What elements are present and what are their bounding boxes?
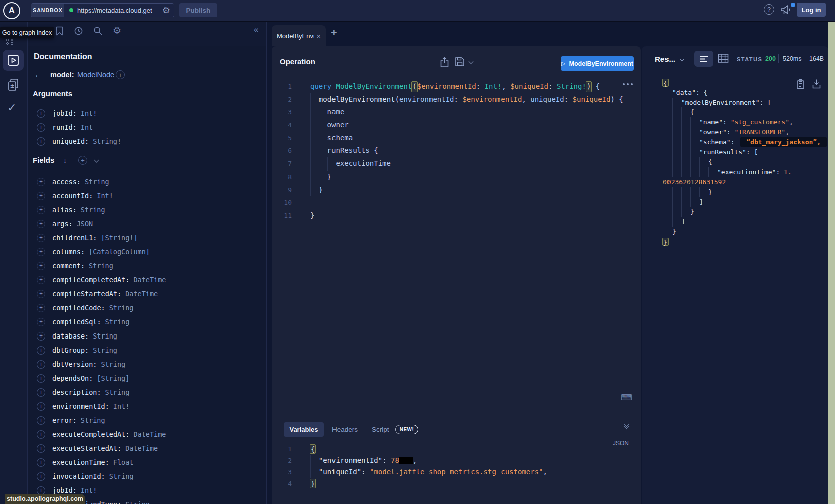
new-tab-icon[interactable]: + bbox=[331, 27, 337, 39]
doc-field-row[interactable]: +executeStartedAt:DateTime bbox=[33, 441, 166, 455]
field-type[interactable]: [CatalogColumn] bbox=[89, 248, 150, 256]
publish-button[interactable]: Publish bbox=[179, 3, 217, 17]
add-to-operation-icon[interactable]: + bbox=[37, 290, 45, 298]
sidebar-item-checks[interactable]: ✓ bbox=[7, 101, 16, 114]
add-to-operation-icon[interactable]: + bbox=[37, 458, 45, 467]
list-view-toggle[interactable] bbox=[694, 51, 713, 67]
doc-field-row[interactable]: +environmentId:Int! bbox=[33, 399, 166, 413]
code-line[interactable]: 11} bbox=[272, 209, 641, 222]
field-type[interactable]: String bbox=[105, 318, 130, 326]
doc-field-row[interactable]: +error:String bbox=[33, 413, 166, 427]
code-line[interactable]: 9} bbox=[272, 184, 641, 197]
tab-headers[interactable]: Headers bbox=[332, 426, 358, 433]
share-operation-icon[interactable] bbox=[440, 57, 449, 67]
back-arrow-icon[interactable]: ← bbox=[34, 70, 42, 79]
add-to-operation-icon[interactable]: + bbox=[37, 430, 45, 439]
graph-index-icon[interactable] bbox=[6, 42, 9, 45]
doc-field-row[interactable]: +dependsOn:[String] bbox=[33, 371, 166, 385]
field-type[interactable]: Int! bbox=[97, 192, 113, 200]
code-line[interactable]: 10 bbox=[272, 196, 641, 209]
saved-operations-icon[interactable] bbox=[56, 26, 63, 36]
add-to-operation-icon[interactable]: + bbox=[37, 346, 45, 355]
fields-options-chevron-icon[interactable] bbox=[94, 158, 99, 163]
field-type[interactable]: [String] bbox=[97, 374, 129, 382]
search-icon[interactable] bbox=[93, 26, 103, 36]
add-to-operation-icon[interactable]: + bbox=[37, 276, 45, 284]
doc-field-row[interactable]: +jobId:Int! bbox=[33, 106, 121, 120]
doc-field-row[interactable]: +args:JSON bbox=[33, 217, 166, 231]
field-type[interactable]: DateTime bbox=[133, 430, 166, 438]
apollo-logo-icon[interactable]: A bbox=[3, 2, 20, 19]
collapse-variables-chevron-icon[interactable] bbox=[625, 423, 628, 428]
sidebar-item-explorer[interactable] bbox=[3, 50, 24, 71]
field-type[interactable]: Int! bbox=[81, 486, 97, 494]
login-button[interactable]: Log in bbox=[797, 3, 826, 17]
run-operation-button[interactable]: ▷ ModelByEnvironment bbox=[561, 56, 634, 71]
doc-field-row[interactable]: +dbtGroup:String bbox=[33, 343, 166, 357]
graph-index-icon[interactable] bbox=[11, 42, 13, 45]
add-to-operation-icon[interactable]: + bbox=[37, 248, 45, 256]
code-line[interactable]: 2"environmentId": 78, bbox=[272, 455, 641, 466]
field-type[interactable]: JSON bbox=[77, 220, 93, 228]
doc-field-row[interactable]: +alias:String bbox=[33, 203, 166, 217]
add-to-operation-icon[interactable]: + bbox=[37, 178, 45, 186]
add-to-operation-icon[interactable]: + bbox=[37, 486, 45, 495]
add-to-operation-icon[interactable]: + bbox=[37, 206, 45, 214]
tab-modelbyenvironment[interactable]: ModelByEnvi... × bbox=[272, 25, 326, 46]
add-to-operation-icon[interactable]: + bbox=[37, 360, 45, 369]
breadcrumb-type-link[interactable]: ModelNode bbox=[77, 71, 114, 79]
field-type[interactable]: String bbox=[109, 472, 134, 480]
doc-field-row[interactable]: +accountId:Int! bbox=[33, 189, 166, 203]
sort-fields-icon[interactable]: ↓ bbox=[63, 156, 67, 164]
code-line[interactable]: 1{ bbox=[272, 443, 641, 455]
add-to-operation-icon[interactable]: + bbox=[37, 262, 45, 270]
add-to-operation-icon[interactable]: + bbox=[37, 220, 45, 228]
doc-field-row[interactable]: +compileStartedAt:DateTime bbox=[33, 287, 166, 301]
doc-field-row[interactable]: +compiledCode:String bbox=[33, 301, 166, 315]
add-to-operation-icon[interactable]: + bbox=[37, 137, 45, 146]
tab-variables[interactable]: Variables bbox=[284, 422, 324, 437]
collapse-panel-icon[interactable]: « bbox=[254, 25, 257, 35]
add-to-operation-icon[interactable]: + bbox=[37, 109, 45, 118]
help-icon[interactable]: ? bbox=[764, 4, 774, 15]
field-type[interactable]: Int! bbox=[113, 402, 130, 410]
code-line[interactable]: 7executionTime bbox=[272, 157, 641, 171]
variables-editor[interactable]: 1{2"environmentId": 78,3"uniqueId": "mod… bbox=[272, 443, 641, 489]
field-type[interactable]: Float bbox=[113, 458, 134, 466]
code-line[interactable]: 4} bbox=[272, 478, 641, 489]
add-to-operation-icon[interactable]: + bbox=[37, 388, 45, 397]
doc-field-row[interactable]: +uniqueId:String! bbox=[33, 134, 121, 148]
endpoint-url-input[interactable]: https://metadata.cloud.get bbox=[77, 7, 160, 14]
field-type[interactable]: String bbox=[81, 416, 105, 424]
field-type[interactable]: String! bbox=[93, 137, 121, 145]
graph-index-icon[interactable] bbox=[6, 39, 9, 41]
add-to-operation-icon[interactable]: + bbox=[37, 402, 45, 411]
doc-field-row[interactable]: +compiledSql:String bbox=[33, 315, 166, 329]
add-type-icon[interactable]: + bbox=[116, 70, 125, 79]
doc-field-row[interactable]: +runId:Int bbox=[33, 120, 121, 134]
field-type[interactable]: Int! bbox=[81, 109, 97, 117]
code-line[interactable]: 6runResults { bbox=[272, 144, 641, 157]
field-type[interactable]: String bbox=[105, 388, 130, 396]
field-type[interactable]: [String!] bbox=[101, 234, 137, 242]
connection-settings-icon[interactable]: ⚙ bbox=[162, 6, 170, 15]
doc-field-row[interactable]: +database:String bbox=[33, 329, 166, 343]
field-type[interactable]: String bbox=[85, 178, 109, 186]
doc-field-row[interactable]: +executeCompletedAt:DateTime bbox=[33, 427, 166, 441]
doc-field-row[interactable]: +comment:String bbox=[33, 259, 166, 273]
add-to-operation-icon[interactable]: + bbox=[37, 416, 45, 425]
code-line[interactable]: 2modelByEnvironment(environmentId: $envi… bbox=[272, 93, 641, 106]
code-line[interactable]: 8} bbox=[272, 171, 641, 184]
doc-field-row[interactable]: +description:String bbox=[33, 385, 166, 399]
endpoint-url-box[interactable]: https://metadata.cloud.get ⚙ bbox=[64, 4, 174, 17]
close-tab-icon[interactable]: × bbox=[316, 32, 321, 40]
field-type[interactable]: String bbox=[125, 500, 150, 504]
doc-field-row[interactable]: +dbtVersion:String bbox=[33, 357, 166, 371]
doc-field-row[interactable]: +compileCompletedAt:DateTime bbox=[33, 273, 166, 287]
doc-field-row[interactable]: +access:String bbox=[33, 175, 166, 189]
add-to-operation-icon[interactable]: + bbox=[37, 332, 45, 341]
field-type[interactable]: Int bbox=[81, 123, 93, 131]
table-view-toggle[interactable] bbox=[718, 53, 729, 64]
keyboard-shortcuts-icon[interactable]: ⌨ bbox=[621, 393, 632, 402]
add-all-fields-icon[interactable]: + bbox=[78, 156, 87, 165]
